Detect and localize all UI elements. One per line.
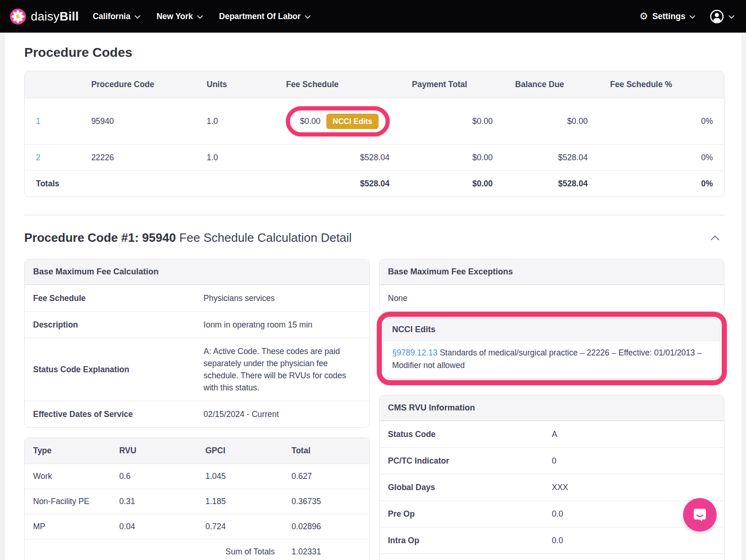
- account-menu[interactable]: [710, 9, 733, 24]
- table-row: 2 22226 1.0 $528.04 $0.00 $528.04 0%: [25, 144, 724, 171]
- def-row-fee-schedule: Fee Schedule Physicians services: [25, 285, 369, 311]
- nav-menu: California New York Department Of Labor: [93, 7, 327, 26]
- def-row-pctc-indicator: PC/TC Indicator 0: [380, 447, 724, 474]
- chevron-up-icon[interactable]: [711, 235, 719, 244]
- ncci-edit-description: Standards of medical/surgical practice –…: [392, 348, 702, 370]
- chevron-down-icon: [729, 13, 735, 19]
- ncci-edits-panel: NCCI Edits §9789.12.13 Standards of medi…: [383, 318, 720, 379]
- column-header-type: Type: [25, 438, 111, 464]
- row-1-link[interactable]: 1: [36, 116, 41, 126]
- column-header-gpci: GPCI: [197, 438, 283, 464]
- table-header-row: Type RVU GPCI Total: [25, 438, 369, 464]
- nav-item-label: Department Of Labor: [219, 12, 301, 21]
- row-2-link[interactable]: 2: [36, 153, 41, 162]
- page-title: Procedure Codes: [24, 45, 725, 60]
- totals-balance-due: $528.04: [504, 171, 599, 197]
- column-header-rvu: RVU: [111, 438, 197, 464]
- section-divider: [24, 215, 725, 215]
- chat-launcher-button[interactable]: [683, 498, 717, 532]
- table-row: Work 0.6 1.045 0.627: [25, 464, 369, 489]
- page-content: Procedure Codes Procedure Code Units Fee…: [0, 45, 746, 560]
- column-header-total: Total: [283, 438, 369, 464]
- chevron-down-icon: [690, 13, 696, 19]
- gear-icon: ⚙: [639, 12, 648, 21]
- balance-due-value: $528.04: [504, 144, 599, 171]
- column-header-fee-schedule-pct: Fee Schedule %: [599, 71, 724, 98]
- detail-title-code: Procedure Code #1: 95940: [24, 231, 176, 245]
- totals-label: Totals: [25, 171, 80, 197]
- panel-title: CMS RVU Information: [380, 396, 724, 421]
- totals-payment-total: $0.00: [401, 171, 504, 197]
- nav-right-group: ⚙ Settings: [639, 9, 733, 24]
- units-value: 1.0: [195, 144, 275, 171]
- base-max-fee-panel: Base Maximum Fee Calculation Fee Schedul…: [24, 259, 370, 428]
- sum-of-totals-value: 1.02331: [283, 539, 369, 560]
- detail-left-column: Base Maximum Fee Calculation Fee Schedul…: [24, 259, 370, 560]
- panel-title: NCCI Edits: [384, 319, 720, 341]
- procedure-code-value: 95940: [80, 98, 196, 144]
- top-navbar: daisyBill California New York Department…: [0, 0, 746, 33]
- units-value: 1.0: [195, 98, 275, 144]
- settings-label: Settings: [652, 12, 685, 21]
- settings-menu[interactable]: ⚙ Settings: [639, 12, 694, 21]
- payment-total-value: $0.00: [401, 144, 504, 171]
- detail-section-header: Procedure Code #1: 95940 Fee Schedule Ca…: [24, 231, 725, 245]
- balance-due-value: $0.00: [504, 98, 599, 144]
- user-avatar-icon: [710, 9, 724, 24]
- exceptions-value-row: None: [380, 285, 724, 311]
- def-row-status-code: Status Code A: [380, 421, 724, 447]
- fee-schedule-pct-value: 0%: [599, 98, 724, 144]
- detail-title-rest: Fee Schedule Calculation Detail: [176, 231, 352, 245]
- table-row: Non-Facility PE 0.31 1.185 0.36735: [25, 489, 369, 514]
- nav-item-california[interactable]: California: [93, 7, 139, 26]
- annotation-highlight-ring: NCCI Edits §9789.12.13 Standards of medi…: [377, 312, 727, 385]
- nav-item-label: New York: [157, 12, 193, 21]
- panel-title: Base Maximum Fee Exceptions: [380, 260, 724, 285]
- detail-grid: Base Maximum Fee Calculation Fee Schedul…: [24, 259, 725, 560]
- def-row-effective-dates: Effective Dates of Service 02/15/2024 - …: [25, 401, 369, 427]
- def-row-post-op: Post Op 0.0: [380, 553, 724, 560]
- fee-schedule-pct-value: 0%: [599, 144, 724, 171]
- totals-fee-schedule-pct: 0%: [599, 171, 724, 197]
- def-row-status-code-explanation: Status Code Explanation A: Active Code. …: [25, 338, 369, 401]
- detail-right-column: Base Maximum Fee Exceptions None NCCI Ed…: [379, 259, 725, 560]
- brand-wordmark: daisyBill: [31, 9, 79, 24]
- def-row-pre-op: Pre Op 0.0: [380, 500, 724, 527]
- detail-section-title: Procedure Code #1: 95940 Fee Schedule Ca…: [24, 231, 352, 245]
- column-header-payment-total: Payment Total: [401, 71, 504, 98]
- chevron-down-icon: [134, 13, 140, 19]
- table-header-row: Procedure Code Units Fee Schedule Paymen…: [25, 71, 724, 98]
- def-row-description: Description Ionm in operatng room 15 min: [25, 311, 369, 338]
- ncci-edits-badge[interactable]: NCCI Edits: [326, 114, 378, 129]
- regulation-citation-link[interactable]: §9789.12.13: [392, 348, 437, 357]
- chevron-down-icon: [304, 13, 311, 19]
- fee-schedule-value: $528.04: [275, 144, 401, 171]
- totals-row: Totals $528.04 $0.00 $528.04 0%: [25, 171, 724, 197]
- column-header-fee-schedule: Fee Schedule: [275, 71, 401, 98]
- chevron-down-icon: [197, 13, 203, 19]
- daisybill-logo[interactable]: daisyBill: [9, 8, 79, 25]
- column-header-units: Units: [195, 71, 275, 98]
- table-row: MP 0.04 0.724 0.02896: [25, 514, 369, 539]
- column-header-procedure-code: Procedure Code: [80, 71, 196, 98]
- ncci-edit-detail: §9789.12.13 Standards of medical/surgica…: [384, 341, 720, 378]
- cms-rvu-information-panel: CMS RVU Information Status Code A PC/TC …: [379, 395, 725, 560]
- procedure-code-value: 22226: [80, 144, 196, 171]
- nav-item-new-york[interactable]: New York: [157, 7, 201, 26]
- chat-bubble-icon: [691, 506, 708, 523]
- panel-title: Base Maximum Fee Calculation: [25, 260, 369, 285]
- sum-of-totals-label: Sum of Totals: [197, 539, 283, 560]
- rvu-gpci-table: Type RVU GPCI Total Work 0.6 1.045 0.627…: [24, 437, 370, 560]
- fee-schedule-value: $0.00: [300, 116, 320, 126]
- def-row-intra-op: Intra Op 0.0: [380, 527, 724, 553]
- daisy-flower-icon: [9, 8, 27, 25]
- table-row: 1 95940 1.0 $0.00 NCCI Edits $0.00 $0.00…: [25, 98, 724, 144]
- def-row-global-days: Global Days XXX: [380, 474, 724, 500]
- sum-of-totals-row: Sum of Totals 1.02331: [25, 539, 369, 560]
- column-header-balance-due: Balance Due: [504, 71, 599, 98]
- nav-item-department-of-labor[interactable]: Department Of Labor: [219, 7, 309, 26]
- procedure-codes-table: Procedure Code Units Fee Schedule Paymen…: [24, 71, 725, 197]
- nav-item-label: California: [93, 12, 131, 21]
- base-max-fee-exceptions-panel: Base Maximum Fee Exceptions None: [379, 259, 725, 312]
- totals-fee-schedule: $528.04: [275, 171, 401, 197]
